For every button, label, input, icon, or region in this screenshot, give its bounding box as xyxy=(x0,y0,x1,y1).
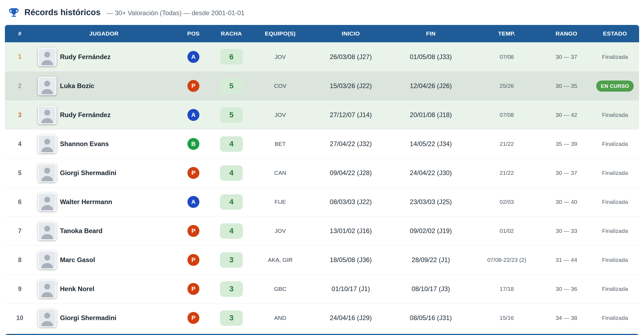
teams-cell: BET xyxy=(249,141,311,147)
end-cell: 09/02/02 (J19) xyxy=(390,227,471,235)
teams-cell: JOV xyxy=(249,228,311,234)
player-cell: Marc Gasol xyxy=(35,251,173,269)
pos-cell: P xyxy=(173,80,214,92)
status-text: Finalizada xyxy=(602,257,628,263)
streak-cell: 4 xyxy=(214,223,249,239)
table-row[interactable]: 7 Tanoka Beard P 4 JOV 13/01/02 (J16) 09… xyxy=(5,216,639,245)
pos-cell: B xyxy=(173,138,214,150)
rank-cell: 2 xyxy=(5,82,35,90)
status-cell: Finalizada xyxy=(591,170,639,176)
table-row[interactable]: 5 Giorgi Shermadini P 4 CAN 09/04/22 (J2… xyxy=(5,158,639,187)
pos-cell: A xyxy=(173,196,214,208)
player-photo[interactable] xyxy=(38,135,56,153)
table-row[interactable]: 1 Rudy Fernández A 6 JOV 26/03/08 (J27) … xyxy=(5,42,639,71)
range-cell: 30 — 37 xyxy=(542,170,591,176)
col-header-rank: # xyxy=(5,30,35,37)
rank-cell: 6 xyxy=(5,198,35,206)
col-header-player: JUGADOR xyxy=(35,30,173,37)
col-header-streak: RACHA xyxy=(214,30,249,37)
range-cell: 30 — 36 xyxy=(542,286,591,292)
player-name[interactable]: Luka Bozic xyxy=(60,82,94,90)
trophy-icon xyxy=(8,7,20,18)
pos-cell: P xyxy=(173,225,214,237)
rank-cell: 9 xyxy=(5,285,35,293)
player-photo[interactable] xyxy=(38,222,56,240)
start-cell: 01/10/17 (J1) xyxy=(311,285,390,293)
table-row[interactable]: 8 Marc Gasol P 3 AKA, GIR 18/05/08 (J36)… xyxy=(5,245,639,274)
table-row[interactable]: 2 Luka Bozic P 5 COV 15/03/26 (J22) 12/0… xyxy=(5,71,639,100)
range-cell: 30 — 33 xyxy=(542,228,591,234)
teams-cell: CAN xyxy=(249,170,311,176)
table-row[interactable]: 3 Rudy Fernández A 5 JOV 27/12/07 (J14) … xyxy=(5,100,639,129)
range-cell: 30 — 35 xyxy=(542,83,591,89)
end-cell: 12/04/26 (J26) xyxy=(390,82,471,90)
player-photo[interactable] xyxy=(38,106,56,124)
player-name[interactable]: Giorgi Shermadini xyxy=(60,169,116,177)
player-cell: Walter Herrmann xyxy=(35,193,173,211)
player-cell: Rudy Fernández xyxy=(35,48,173,66)
pos-cell: P xyxy=(173,167,214,179)
status-text: Finalizada xyxy=(602,199,628,205)
streak-cell: 6 xyxy=(214,49,249,65)
rank-cell: 10 xyxy=(5,314,35,322)
streak-badge: 3 xyxy=(220,310,243,326)
table-row[interactable]: 4 Shannon Evans B 4 BET 27/04/22 (J32) 1… xyxy=(5,129,639,158)
pos-cell: A xyxy=(173,51,214,63)
status-cell: Finalizada xyxy=(591,257,639,263)
status-cell: Finalizada xyxy=(591,141,639,147)
status-cell: Finalizada xyxy=(591,112,639,118)
player-name[interactable]: Tanoka Beard xyxy=(60,227,103,235)
pos-cell: P xyxy=(173,254,214,266)
player-photo[interactable] xyxy=(38,251,56,269)
pos-badge: P xyxy=(187,254,199,266)
player-name[interactable]: Rudy Fernández xyxy=(60,111,111,119)
start-cell: 08/03/03 (J22) xyxy=(311,198,390,206)
table-row[interactable]: 10 Giorgi Shermadini P 3 AND 24/04/16 (J… xyxy=(5,303,639,332)
streak-badge: 4 xyxy=(220,223,243,239)
rank-cell: 3 xyxy=(5,111,35,119)
player-photo[interactable] xyxy=(38,309,56,327)
streak-badge: 5 xyxy=(220,78,243,94)
player-name[interactable]: Rudy Fernández xyxy=(60,53,111,61)
player-photo[interactable] xyxy=(38,48,56,66)
pos-cell: A xyxy=(173,109,214,121)
streak-cell: 3 xyxy=(214,281,249,297)
table-row[interactable]: 9 Henk Norel P 3 GBC 01/10/17 (J1) 08/10… xyxy=(5,274,639,303)
rank-cell: 7 xyxy=(5,227,35,235)
col-header-season: TEMP. xyxy=(471,30,542,37)
player-name[interactable]: Walter Herrmann xyxy=(60,198,112,206)
end-cell: 24/04/22 (J30) xyxy=(390,169,471,177)
player-name[interactable]: Shannon Evans xyxy=(60,140,109,148)
end-cell: 23/03/03 (J25) xyxy=(390,198,471,206)
season-cell: 07/08-22/23 (2) xyxy=(471,257,542,263)
player-photo[interactable] xyxy=(38,193,56,211)
col-header-range: RANGO xyxy=(542,30,591,37)
status-text: Finalizada xyxy=(602,228,628,234)
pos-badge: A xyxy=(187,109,199,121)
status-cell: Finalizada xyxy=(591,54,639,60)
player-cell: Rudy Fernández xyxy=(35,106,173,124)
pos-badge: P xyxy=(187,80,199,92)
streak-cell: 4 xyxy=(214,136,249,152)
start-cell: 24/04/16 (J29) xyxy=(311,314,390,322)
start-cell: 15/03/26 (J22) xyxy=(311,82,390,90)
season-cell: 07/08 xyxy=(471,54,542,60)
status-cell: EN CURSO xyxy=(591,83,639,89)
table-row[interactable]: 6 Walter Herrmann A 4 FUE 08/03/03 (J22)… xyxy=(5,187,639,216)
status-cell: Finalizada xyxy=(591,315,639,321)
end-cell: 14/05/22 (J34) xyxy=(390,140,471,148)
player-photo[interactable] xyxy=(38,164,56,182)
player-name[interactable]: Giorgi Shermadini xyxy=(60,314,116,322)
season-cell: 21/22 xyxy=(471,170,542,176)
pos-cell: P xyxy=(173,312,214,324)
player-photo[interactable] xyxy=(38,280,56,298)
start-cell: 09/04/22 (J28) xyxy=(311,169,390,177)
player-name[interactable]: Henk Norel xyxy=(60,285,94,293)
pos-badge: P xyxy=(187,167,199,179)
streak-cell: 5 xyxy=(214,78,249,94)
player-photo[interactable] xyxy=(38,77,56,95)
table-header: # JUGADOR POS RACHA EQUIPO(S) INICIO FIN… xyxy=(5,25,639,42)
streak-cell: 5 xyxy=(214,107,249,123)
player-name[interactable]: Marc Gasol xyxy=(60,256,95,264)
page-subtitle: — 30+ Valoración (Todas) — desde 2001-01… xyxy=(107,8,245,17)
